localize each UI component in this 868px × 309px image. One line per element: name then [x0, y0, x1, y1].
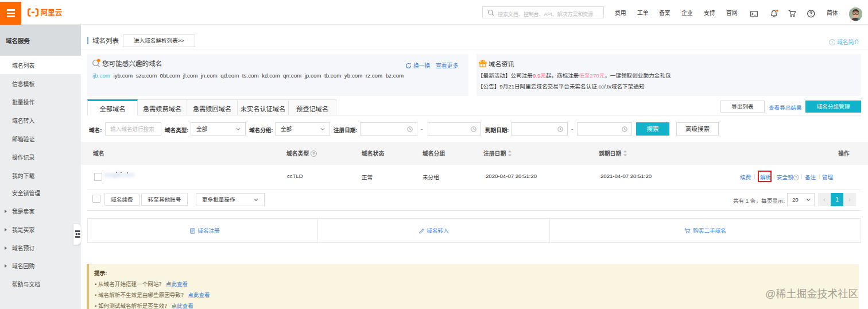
- svg-text:?: ?: [795, 175, 797, 179]
- svg-text:?: ?: [831, 40, 834, 44]
- svg-text:阿里云: 阿里云: [41, 9, 63, 17]
- svg-text:?: ?: [312, 152, 315, 156]
